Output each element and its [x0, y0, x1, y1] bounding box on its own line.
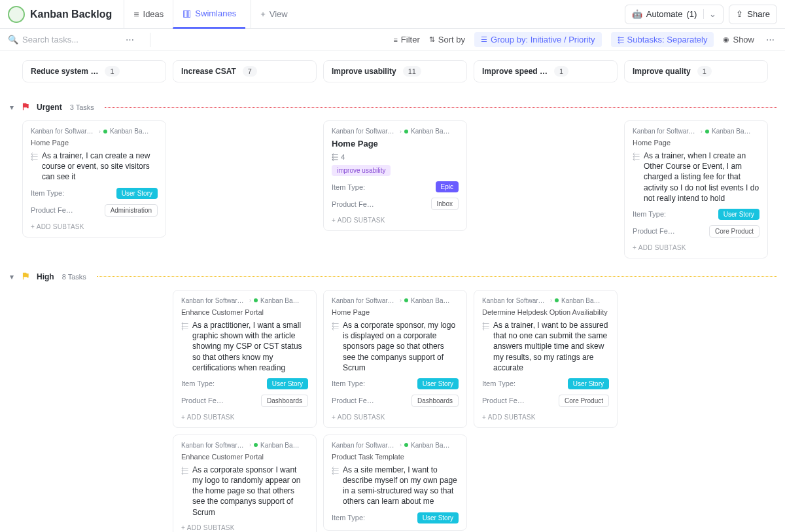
column-header[interactable]: Improve quality 1 [624, 60, 768, 82]
add-subtask-button[interactable]: + ADD SUBTASK [181, 524, 308, 531]
subtasks-chip[interactable]: ⬱ Subtasks: Separately [611, 32, 714, 47]
card-title: As a practitioner, I want a small graphi… [192, 320, 308, 373]
share-button[interactable]: ⇪ Share [729, 5, 777, 24]
field-label: Product Fe… [181, 397, 224, 404]
add-subtask-button[interactable]: + ADD SUBTASK [31, 223, 158, 230]
lane-title: Urgent [37, 103, 62, 112]
plus-icon: + [260, 9, 266, 19]
add-subtask-button[interactable]: + ADD SUBTASK [482, 414, 609, 421]
add-view-button[interactable]: + View [251, 0, 297, 29]
item-type-pill: User Story [267, 378, 308, 389]
column-count: 1 [554, 66, 568, 77]
automate-button[interactable]: 🤖 Automate (1) ⌄ [625, 5, 724, 24]
field-value-pill: Administration [105, 204, 158, 217]
card-breadcrumb: Kanban for Software Devel… › Kanban Ba… [332, 442, 459, 449]
card-title: As a site member, I want to describe mys… [343, 465, 459, 507]
kanban-card[interactable]: Kanban for Software Devel… › Kanban Ba… … [173, 290, 317, 428]
kanban-card[interactable]: Kanban for Software Devel… › Kanban Ba… … [22, 120, 166, 238]
lane-column: Kanban for Software Devel… › Kanban Ba… … [22, 120, 166, 238]
card-subtitle: Determine Helpdesk Option Availiability [482, 308, 609, 316]
kanban-card[interactable]: Kanban for Software Devel… › Kanban Ba… … [624, 120, 768, 258]
view-tab-swimlanes[interactable]: ▥ Swimlanes [173, 0, 245, 29]
subtask-icon: ⬱ [633, 152, 640, 161]
subtask-icon: ⬱ [482, 321, 489, 330]
column-name: Improve quality [633, 67, 691, 76]
kanban-card[interactable]: Kanban for Software Devel… › Kanban Ba… … [474, 290, 618, 428]
chevron-right-icon: › [550, 297, 552, 304]
subtask-icon: ⬱ [181, 466, 188, 475]
item-type-pill: User Story [568, 378, 609, 389]
card-tag: improve usability [332, 165, 391, 176]
add-subtask-button[interactable]: + ADD SUBTASK [181, 414, 308, 421]
view-tab-ideas[interactable]: ≡ Ideas [124, 0, 173, 29]
field-label: Item Type: [181, 380, 215, 387]
field-label: Item Type: [633, 210, 666, 218]
column-count: 1 [697, 66, 712, 77]
view-tab-label: Ideas [143, 9, 164, 19]
kanban-card[interactable]: Kanban for Software Devel… › Kanban Ba… … [323, 120, 467, 231]
chevron-down-icon[interactable]: ▾ [8, 103, 16, 112]
status-dot-icon [254, 298, 258, 302]
column-header[interactable]: Improve speed … 1 [474, 60, 618, 82]
status-dot-icon [254, 443, 258, 447]
filter-icon: ≡ [393, 36, 397, 44]
lane-count: 3 Tasks [70, 103, 94, 111]
status-dot-icon [555, 298, 559, 302]
show-button[interactable]: ◉ Show [723, 35, 754, 44]
kanban-card[interactable]: Kanban for Software Devel… › Kanban Ba… … [173, 434, 317, 532]
lane-count: 8 Tasks [62, 273, 86, 281]
show-label: Show [733, 35, 754, 44]
search-input[interactable] [22, 35, 114, 44]
lane-column: Kanban for Software Devel… › Kanban Ba… … [173, 290, 317, 532]
item-type-pill: User Story [718, 209, 759, 220]
filter-button[interactable]: ≡ Filter [393, 35, 419, 44]
status-dot-icon [404, 443, 408, 447]
column-count: 1 [105, 66, 119, 77]
chevron-down-icon[interactable]: ⌄ [703, 9, 716, 19]
lane-divider [97, 276, 777, 277]
item-type-pill: User Story [417, 378, 459, 389]
toolbar-more-icon[interactable]: ⋯ [763, 35, 777, 44]
lane-divider [105, 107, 777, 108]
item-type-pill: User Story [116, 188, 158, 199]
card-title: As a trainer, when I create an Other Cou… [644, 151, 759, 204]
subtask-icon: ⬱ [332, 466, 339, 475]
lane-column: Kanban for Software Devel… › Kanban Ba… … [323, 120, 467, 231]
search-more-icon[interactable]: ⋯ [119, 35, 141, 44]
kanban-card[interactable]: Kanban for Software Devel… › Kanban Ba… … [323, 290, 467, 428]
field-value-pill: Dashboards [261, 395, 308, 407]
add-subtask-button[interactable]: + ADD SUBTASK [633, 244, 759, 251]
field-label: Product Fe… [332, 397, 374, 404]
column-header[interactable]: Reduce system … 1 [22, 60, 166, 82]
sortby-button[interactable]: ⇅ Sort by [429, 35, 465, 44]
column-name: Improve usability [332, 67, 396, 76]
sort-icon: ⇅ [429, 35, 435, 44]
robot-icon: 🤖 [632, 9, 642, 19]
add-subtask-button[interactable]: + ADD SUBTASK [332, 414, 459, 421]
kanban-card[interactable]: Kanban for Software Devel… › Kanban Ba… … [323, 434, 467, 531]
subtask-icon: ⬱ [332, 321, 339, 330]
app-logo [8, 6, 25, 23]
column-name: Increase CSAT [181, 67, 236, 76]
add-subtask-button[interactable]: + ADD SUBTASK [332, 217, 459, 224]
chevron-down-icon[interactable]: ▾ [8, 272, 16, 281]
card-subtitle: Home Page [633, 139, 759, 147]
view-tab-label: Swimlanes [195, 9, 236, 18]
column-header[interactable]: Increase CSAT 7 [173, 60, 317, 82]
subtask-icon: ⬱ [31, 152, 38, 161]
groupby-label: Group by: Initiative / Priority [491, 35, 595, 44]
lane-column: Kanban for Software Devel… › Kanban Ba… … [474, 290, 618, 428]
card-title: As a trainer, I want to be assured that … [493, 320, 609, 373]
share-icon: ⇪ [736, 9, 743, 19]
card-breadcrumb: Kanban for Software Devel… › Kanban Ba… [332, 128, 459, 135]
page-title: Kanban Backlog [30, 9, 112, 20]
groupby-chip[interactable]: ☰ Group by: Initiative / Priority [474, 32, 602, 47]
column-header[interactable]: Improve usability 11 [323, 60, 467, 82]
column-count: 7 [243, 66, 257, 77]
share-label: Share [747, 9, 770, 19]
field-label: Product Fe… [31, 206, 73, 214]
card-breadcrumb: Kanban for Software Devel… › Kanban Ba… [31, 128, 158, 135]
field-label: Product Fe… [633, 227, 675, 235]
field-label: Item Type: [332, 514, 365, 522]
status-dot-icon [404, 298, 408, 302]
